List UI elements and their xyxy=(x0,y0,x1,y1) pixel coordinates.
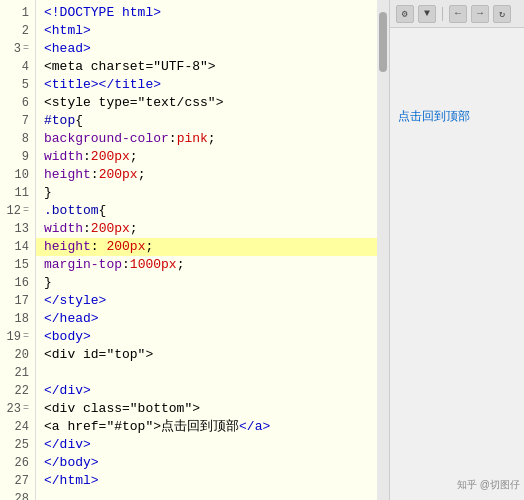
line-number: 13 xyxy=(0,220,35,238)
code-line: </style> xyxy=(44,292,377,310)
code-line: <title></title> xyxy=(44,76,377,94)
code-line: } xyxy=(44,184,377,202)
scrollbar-track[interactable] xyxy=(377,0,389,500)
code-line: </div> xyxy=(44,382,377,400)
line-number: 17 xyxy=(0,292,35,310)
line-number: 1 xyxy=(0,4,35,22)
forward-button[interactable]: → xyxy=(471,5,489,23)
code-editor-panel: 1234567891011121314151617181920212223242… xyxy=(0,0,390,500)
code-line: .bottom{ xyxy=(44,202,377,220)
code-line: } xyxy=(44,274,377,292)
code-area: 1234567891011121314151617181920212223242… xyxy=(0,0,389,500)
line-number: 10 xyxy=(0,166,35,184)
code-line xyxy=(44,490,377,500)
line-number: 28 xyxy=(0,490,35,500)
line-numbers: 1234567891011121314151617181920212223242… xyxy=(0,0,36,500)
back-to-top-link[interactable]: 点击回到顶部 xyxy=(398,108,470,125)
code-line: height: 200px; xyxy=(44,166,377,184)
line-number: 6 xyxy=(0,94,35,112)
line-number: 20 xyxy=(0,346,35,364)
code-line: width: 200px; xyxy=(44,148,377,166)
preview-content: 点击回到顶部 知乎 @切图仔 xyxy=(390,28,524,500)
code-line: <!DOCTYPE html> xyxy=(44,4,377,22)
line-number: 3 xyxy=(0,40,35,58)
line-number: 9 xyxy=(0,148,35,166)
code-line: width: 200px; xyxy=(44,220,377,238)
watermark: 知乎 @切图仔 xyxy=(457,478,520,492)
code-content[interactable]: <!DOCTYPE html><html> <head> <meta chars… xyxy=(36,0,377,500)
code-line: #top{ xyxy=(44,112,377,130)
code-line: <div class="bottom"> xyxy=(44,400,377,418)
preview-toolbar: ⚙ ▼ ← → ↻ xyxy=(390,0,524,28)
code-line: <style type="text/css"> xyxy=(44,94,377,112)
code-line: <a href="#top">点击回到顶部</a> xyxy=(44,418,377,436)
line-number: 11 xyxy=(0,184,35,202)
code-line: </head> xyxy=(44,310,377,328)
code-line: margin-top: 1000px; xyxy=(44,256,377,274)
line-number: 16 xyxy=(0,274,35,292)
line-number: 22 xyxy=(0,382,35,400)
line-number: 27 xyxy=(0,472,35,490)
line-number: 2 xyxy=(0,22,35,40)
refresh-button[interactable]: ↻ xyxy=(493,5,511,23)
line-number: 26 xyxy=(0,454,35,472)
code-line: <div id="top"> xyxy=(44,346,377,364)
line-number: 14 xyxy=(0,238,35,256)
line-number: 23 xyxy=(0,400,35,418)
line-number: 12 xyxy=(0,202,35,220)
back-button[interactable]: ← xyxy=(449,5,467,23)
dropdown-button[interactable]: ▼ xyxy=(418,5,436,23)
code-line xyxy=(44,364,377,382)
code-line: height: 200px; xyxy=(36,238,377,256)
line-number: 5 xyxy=(0,76,35,94)
line-number: 25 xyxy=(0,436,35,454)
code-line: </html> xyxy=(44,472,377,490)
code-line: </body> xyxy=(44,454,377,472)
line-number: 8 xyxy=(0,130,35,148)
line-number: 18 xyxy=(0,310,35,328)
preview-panel: ⚙ ▼ ← → ↻ 点击回到顶部 知乎 @切图仔 xyxy=(390,0,524,500)
line-number: 19 xyxy=(0,328,35,346)
line-number: 4 xyxy=(0,58,35,76)
line-number: 21 xyxy=(0,364,35,382)
line-number: 15 xyxy=(0,256,35,274)
scrollbar-thumb[interactable] xyxy=(379,12,387,72)
code-line: <head> xyxy=(44,40,377,58)
code-line: <html> xyxy=(44,22,377,40)
line-number: 24 xyxy=(0,418,35,436)
code-line: <meta charset="UTF-8"> xyxy=(44,58,377,76)
code-line: <body> xyxy=(44,328,377,346)
line-number: 7 xyxy=(0,112,35,130)
code-line: </div> xyxy=(44,436,377,454)
main-container: 1234567891011121314151617181920212223242… xyxy=(0,0,524,500)
settings-button[interactable]: ⚙ xyxy=(396,5,414,23)
code-line: background-color: pink; xyxy=(44,130,377,148)
toolbar-separator xyxy=(442,7,443,21)
